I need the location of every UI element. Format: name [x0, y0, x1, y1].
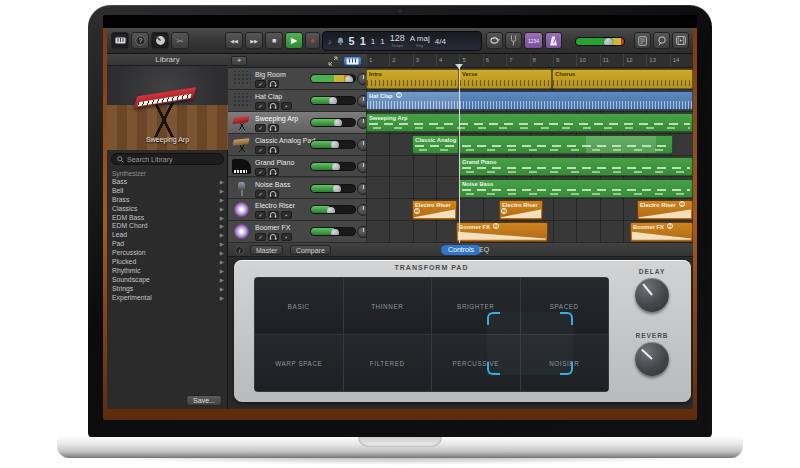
- solo-headphones-toggle[interactable]: [268, 80, 279, 88]
- count-in-button[interactable]: 1234: [524, 32, 543, 49]
- track-row-sweeping-arp[interactable]: Sweeping Arp ✓: [228, 112, 366, 134]
- solo-headphones-toggle[interactable]: [268, 211, 279, 219]
- region-sweeping-arp[interactable]: Sweeping Arp: [366, 113, 693, 133]
- region-hat-clap[interactable]: Hat Clap2: [366, 91, 693, 111]
- track-volume-slider[interactable]: [310, 227, 356, 236]
- input-monitor-toggle[interactable]: ▪: [281, 102, 292, 110]
- record-button[interactable]: ●: [305, 32, 320, 49]
- mute-toggle[interactable]: ✓: [255, 233, 266, 241]
- solo-headphones-toggle[interactable]: [268, 190, 279, 198]
- mute-toggle[interactable]: ✓: [255, 211, 266, 219]
- mute-toggle[interactable]: ✓: [255, 124, 266, 132]
- bar-ruler[interactable]: 1234567891011121314: [366, 54, 693, 68]
- track-row-noise-bass[interactable]: Noise Bass ✓: [228, 178, 366, 200]
- region-grand-piano[interactable]: Grand Piano: [459, 157, 693, 177]
- track-row-grand-piano[interactable]: Grand Piano ✓: [228, 156, 366, 178]
- musical-typing-toggle-button[interactable]: [343, 56, 362, 66]
- quick-help-button[interactable]: ?: [131, 32, 149, 49]
- pad-filtered[interactable]: FILTERED: [344, 335, 432, 391]
- playhead[interactable]: [459, 64, 460, 243]
- library-item-brass[interactable]: Brass▶: [107, 196, 228, 205]
- metronome-button[interactable]: [545, 32, 562, 49]
- track-row-classic-analog-pad[interactable]: Classic Analog Pad ✓: [228, 134, 366, 156]
- library-item-edm-chord[interactable]: EDM Chord▶: [107, 222, 228, 231]
- play-button[interactable]: ▶: [285, 32, 303, 49]
- region-electro-riser-1[interactable]: Electro Riser2: [412, 200, 457, 220]
- region-electro-riser-2[interactable]: Electro Riser2: [499, 200, 543, 220]
- track-volume-slider[interactable]: [310, 118, 356, 127]
- mute-toggle[interactable]: ✓: [255, 80, 266, 88]
- master-button[interactable]: Master: [250, 245, 283, 255]
- solo-headphones-toggle[interactable]: [268, 102, 279, 110]
- media-browser-button[interactable]: [672, 32, 689, 49]
- library-item-bell[interactable]: Bell▶: [107, 187, 228, 196]
- rewind-button[interactable]: ◀◀: [225, 32, 243, 49]
- info-icon[interactable]: i: [235, 246, 244, 255]
- mute-toggle[interactable]: ✓: [255, 102, 266, 110]
- solo-headphones-toggle[interactable]: [268, 146, 279, 154]
- tuner-button[interactable]: [505, 32, 522, 49]
- track-volume-slider[interactable]: [310, 205, 356, 214]
- library-item-bass[interactable]: Bass▶: [107, 178, 228, 187]
- notepad-button[interactable]: [634, 32, 651, 49]
- mute-toggle[interactable]: ✓: [255, 190, 266, 198]
- library-item-pad[interactable]: Pad▶: [107, 240, 228, 249]
- library-toggle-button[interactable]: [111, 32, 129, 49]
- mute-toggle[interactable]: ✓: [255, 146, 266, 154]
- track-volume-slider[interactable]: [310, 74, 356, 83]
- transform-pad-selection[interactable]: [487, 312, 573, 375]
- region-classic-analog-pad-2[interactable]: [459, 135, 673, 155]
- library-item-strings[interactable]: Strings▶: [107, 285, 228, 294]
- library-item-percussion[interactable]: Percussion▶: [107, 249, 228, 258]
- track-row-electro-riser[interactable]: Electro Riser ✓ ▪: [228, 199, 366, 221]
- library-search-input[interactable]: Search Library: [111, 153, 224, 165]
- library-item-experimental[interactable]: Experimental▶: [107, 294, 228, 303]
- save-button[interactable]: Save...: [186, 395, 222, 406]
- master-volume-thumb[interactable]: [604, 38, 613, 46]
- track-volume-slider[interactable]: [310, 162, 356, 171]
- library-item-lead[interactable]: Lead▶: [107, 231, 228, 240]
- library-item-soundscape[interactable]: Soundscape▶: [107, 276, 228, 285]
- track-row-big-room[interactable]: Big Room ✓: [228, 68, 366, 90]
- solo-headphones-toggle[interactable]: [268, 233, 279, 241]
- region-intro[interactable]: Intro: [366, 69, 459, 89]
- input-monitor-toggle[interactable]: ▪: [281, 233, 292, 241]
- track-volume-slider[interactable]: [310, 96, 356, 105]
- delay-knob[interactable]: [635, 278, 669, 312]
- track-zoom-button[interactable]: [328, 56, 340, 66]
- editors-button[interactable]: ✂: [171, 32, 189, 49]
- reverb-knob[interactable]: [635, 342, 669, 376]
- arrange-timeline[interactable]: Intro Verse Chorus Hat Clap2 Sweeping Ar…: [366, 68, 693, 243]
- solo-headphones-toggle[interactable]: [268, 124, 279, 132]
- region-electro-riser-3[interactable]: Electro Riser2: [637, 200, 693, 220]
- master-volume-slider[interactable]: [575, 37, 625, 46]
- mute-toggle[interactable]: ✓: [255, 168, 266, 176]
- region-classic-analog-pad[interactable]: Classic Analog Pad: [412, 135, 459, 155]
- track-row-boomer-fx[interactable]: Boomer FX ✓ ▪: [228, 221, 366, 243]
- track-volume-slider[interactable]: [310, 140, 356, 149]
- compare-button[interactable]: Compare: [290, 245, 331, 255]
- tab-eq[interactable]: EQ: [475, 245, 493, 255]
- library-item-edm-bass[interactable]: EDM Bass▶: [107, 214, 228, 223]
- stop-button[interactable]: ■: [265, 32, 283, 49]
- forward-button[interactable]: ▶▶: [245, 32, 263, 49]
- input-monitor-toggle[interactable]: ▪: [281, 211, 292, 219]
- track-volume-slider[interactable]: [310, 184, 356, 193]
- lcd-display[interactable]: ♪ 5 1 1 1 128Tempo A majKey 4/4: [322, 31, 482, 51]
- smart-controls-button[interactable]: [151, 32, 169, 49]
- library-item-classics[interactable]: Classics▶: [107, 205, 228, 214]
- region-verse[interactable]: Verse: [459, 69, 552, 89]
- region-boomer-fx-2[interactable]: Boomer FX2: [630, 222, 693, 242]
- library-item-plucked[interactable]: Plucked▶: [107, 258, 228, 267]
- region-chorus[interactable]: Chorus: [552, 69, 693, 89]
- add-track-button[interactable]: +: [231, 56, 247, 66]
- pad-warp-space[interactable]: WARP SPACE: [255, 335, 343, 391]
- track-row-hat-clap[interactable]: Hat Clap ✓ ▪: [228, 90, 366, 112]
- region-boomer-fx-1[interactable]: Boomer FX2: [456, 222, 548, 242]
- solo-headphones-toggle[interactable]: [268, 168, 279, 176]
- apple-loops-button[interactable]: [653, 32, 670, 49]
- cycle-button[interactable]: [486, 32, 503, 49]
- pad-thinner[interactable]: THINNER: [344, 278, 432, 334]
- library-item-rhythmic[interactable]: Rhythmic▶: [107, 267, 228, 276]
- region-noise-bass[interactable]: Noise Bass: [459, 179, 693, 199]
